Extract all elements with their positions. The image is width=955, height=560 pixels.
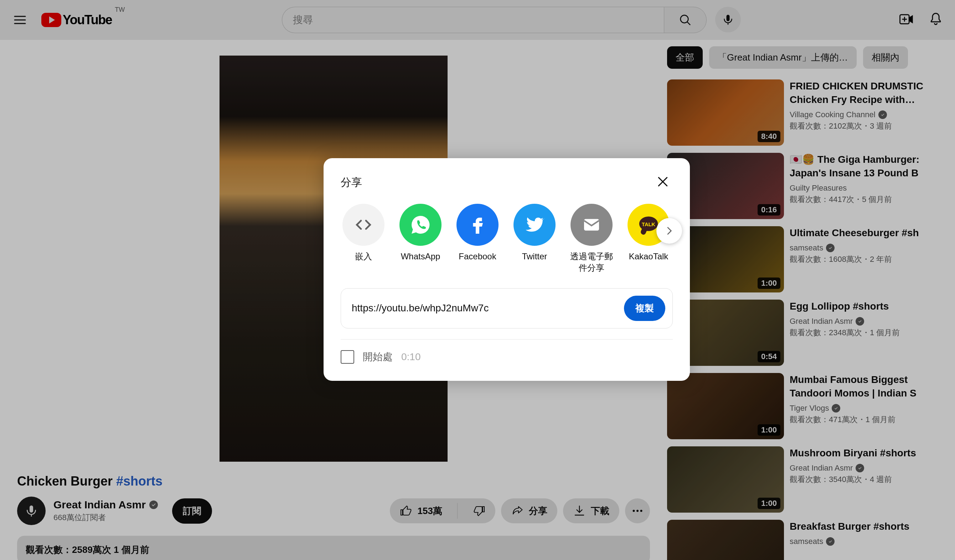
thumbnail (667, 520, 784, 560)
mic-icon (24, 504, 39, 518)
dialog-title: 分享 (341, 175, 362, 190)
filter-chip[interactable]: 「Great Indian Asmr」上傳的… (709, 46, 856, 69)
like-button[interactable]: 153萬 (390, 498, 452, 523)
duration-badge: 1:00 (758, 497, 780, 509)
rec-channel: Tiger Vlogs (790, 404, 938, 413)
video-hashtag[interactable]: #shorts (116, 474, 163, 489)
duration-badge: 1:00 (758, 277, 780, 289)
voice-search-button[interactable] (715, 7, 741, 33)
start-at-label: 開始處 (363, 350, 393, 364)
copy-link-button[interactable]: 複製 (624, 296, 665, 321)
rec-title: Breakfast Burger #shorts (790, 520, 938, 533)
svg-point-5 (636, 510, 639, 512)
subscriber-count: 668萬位訂閱者 (53, 512, 158, 523)
recommendation-item[interactable]: 8:40 FRIED CHICKEN DRUMSTIC Chicken Fry … (667, 80, 938, 146)
rec-stats: 觀看次數：4417次・5 個月前 (790, 194, 938, 205)
download-icon (573, 504, 586, 517)
channel-info[interactable]: Great Indian Asmr 668萬位訂閱者 (53, 499, 158, 523)
rec-channel: samseats (790, 537, 938, 546)
share-scroll-next-button[interactable] (656, 218, 682, 244)
rec-stats: 觀看次數：2102萬次・3 週前 (790, 121, 938, 131)
search-icon (678, 13, 692, 27)
rec-stats: 觀看次數：1608萬次・2 年前 (790, 254, 938, 265)
duration-badge: 0:16 (758, 204, 780, 216)
verified-badge-icon (826, 244, 834, 252)
recommendation-item[interactable]: 1:00 Mumbai Famous Biggest Tandoori Momo… (667, 373, 938, 439)
duration-badge: 1:00 (758, 424, 780, 436)
svg-point-4 (633, 510, 635, 512)
duration-badge: 0:54 (758, 351, 780, 362)
share-target-twitter[interactable]: Twitter (512, 204, 557, 274)
rec-title: Egg Lollipop #shorts (790, 300, 938, 313)
channel-avatar[interactable] (17, 497, 45, 525)
search-button[interactable] (664, 7, 707, 33)
rec-stats: 觀看次數：471萬次・1 個月前 (790, 414, 938, 425)
close-button[interactable] (653, 172, 673, 193)
share-target-facebook[interactable]: Facebook (455, 204, 500, 274)
verified-badge-icon (149, 501, 158, 509)
verified-badge-icon (878, 110, 887, 119)
share-dialog: 分享 嵌入WhatsAppFacebookTwitter透過電子郵件分享TALK… (324, 158, 690, 381)
search-input[interactable] (282, 7, 664, 33)
share-button[interactable]: 分享 (501, 498, 557, 523)
thumbnail: 1:00 (667, 373, 784, 439)
twitter-icon (514, 204, 556, 246)
rec-channel: Guilty Pleasures (790, 183, 938, 193)
rec-title: 🇯🇵🍔 The Giga Hamburger: Japan's Insane 1… (790, 153, 938, 180)
rec-stats: 觀看次數：2348萬次・1 個月前 (790, 327, 938, 338)
youtube-logo[interactable]: YouTube TW (41, 13, 125, 27)
recommendation-item[interactable]: Breakfast Burger #shorts samseats (667, 520, 938, 560)
recommendation-list: 8:40 FRIED CHICKEN DRUMSTIC Chicken Fry … (667, 80, 938, 560)
share-url-box: https://youtu.be/whpJ2nuMw7c 複製 (341, 288, 673, 328)
share-target-whatsapp[interactable]: WhatsApp (398, 204, 443, 274)
thumbs-up-icon (400, 504, 413, 517)
create-button[interactable] (898, 11, 914, 28)
recommendation-item[interactable]: 1:00 Ultimate Cheeseburger #sh samseats … (667, 226, 938, 293)
notifications-button[interactable] (928, 11, 944, 28)
recommendation-item[interactable]: 0:54 Egg Lollipop #shorts Great Indian A… (667, 300, 938, 366)
start-at-time: 0:10 (401, 351, 421, 363)
like-count: 153萬 (418, 505, 442, 517)
filter-chip[interactable]: 相關內 (863, 46, 908, 69)
description-box[interactable]: 觀看次數：2589萬次 1 個月前 (17, 536, 650, 560)
duration-badge: 8:40 (758, 131, 780, 142)
create-icon (898, 11, 914, 27)
filter-chip[interactable]: 全部 (667, 46, 703, 69)
search-container (125, 7, 898, 33)
bell-icon (928, 11, 944, 27)
rec-channel: samseats (790, 243, 938, 253)
verified-badge-icon (856, 317, 864, 325)
share-target-embed[interactable]: 嵌入 (341, 204, 386, 274)
more-actions-button[interactable] (625, 498, 650, 523)
channel-name-text: Great Indian Asmr (53, 499, 146, 511)
download-label: 下載 (591, 505, 609, 517)
like-dislike-group: 153萬 (390, 498, 495, 523)
embed-icon (343, 204, 385, 246)
rec-stats: 觀看次數：3540萬次・4 週前 (790, 474, 938, 485)
thumbnail: 1:00 (667, 446, 784, 513)
view-count-and-date: 觀看次數：2589萬次 1 個月前 (26, 544, 149, 555)
recommendation-item[interactable]: 0:16 🇯🇵🍔 The Giga Hamburger: Japan's Ins… (667, 153, 938, 219)
subscribe-button[interactable]: 訂閱 (172, 498, 212, 524)
rec-channel: Great Indian Asmr (790, 463, 938, 473)
logo-text: YouTube (63, 13, 112, 27)
recommendation-item[interactable]: 1:00 Mushroom Biryani #shorts Great Indi… (667, 446, 938, 513)
email-icon (570, 204, 612, 246)
guide-menu-button[interactable] (11, 11, 28, 28)
country-code: TW (115, 6, 125, 14)
download-button[interactable]: 下載 (563, 498, 619, 523)
thumbnail: 8:40 (667, 80, 784, 146)
rec-title: Ultimate Cheeseburger #sh (790, 226, 938, 240)
dislike-button[interactable] (463, 498, 495, 523)
rec-channel: Village Cooking Channel (790, 110, 938, 119)
mic-icon (722, 13, 734, 26)
share-url-text[interactable]: https://youtu.be/whpJ2nuMw7c (352, 302, 488, 314)
more-horizontal-icon (631, 504, 644, 517)
svg-rect-1 (726, 15, 730, 21)
share-target-email[interactable]: 透過電子郵件分享 (569, 204, 614, 274)
verified-badge-icon (856, 464, 864, 472)
start-at-checkbox[interactable] (341, 350, 354, 364)
chevron-right-icon (664, 225, 675, 236)
rec-title: Mumbai Famous Biggest Tandoori Momos | I… (790, 373, 938, 400)
secondary-column: 全部「Great Indian Asmr」上傳的…相關內 8:40 FRIED … (667, 46, 938, 560)
